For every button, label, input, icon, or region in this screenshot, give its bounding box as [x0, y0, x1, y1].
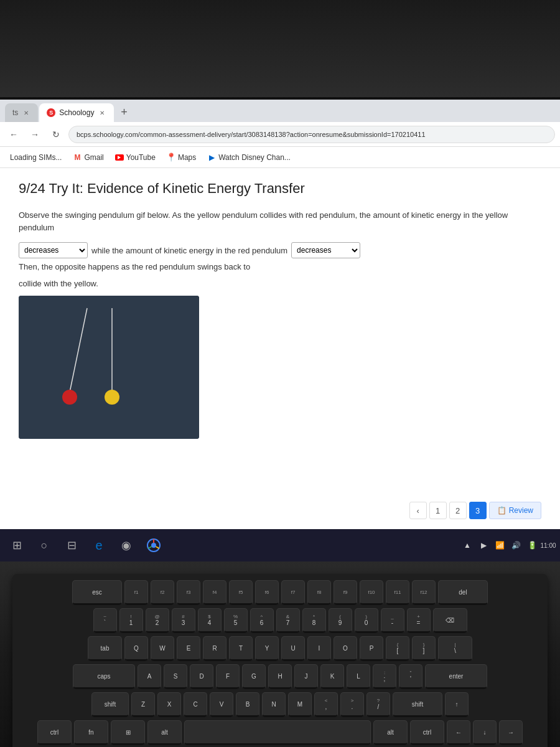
back-button[interactable]: ←	[5, 126, 22, 143]
edge-button[interactable]: e	[87, 533, 111, 557]
settings-button[interactable]: ◉	[114, 533, 138, 557]
key-backspace[interactable]: ⌫	[433, 608, 467, 633]
start-button[interactable]: ⊞	[5, 533, 29, 557]
tray-icon-1[interactable]: ▲	[460, 538, 474, 552]
key-x[interactable]: X	[157, 692, 181, 717]
key-f6[interactable]: f6	[255, 580, 279, 605]
key-up[interactable]: ↑	[445, 692, 469, 717]
tray-icon-battery[interactable]: 🔋	[525, 538, 539, 552]
key-minus[interactable]: _-	[381, 608, 404, 633]
forward-button[interactable]: →	[26, 126, 44, 143]
key-m[interactable]: M	[288, 692, 312, 717]
page-3-button[interactable]: 3	[469, 502, 487, 519]
bookmark-maps[interactable]: 📍 Maps	[162, 149, 201, 166]
key-quote[interactable]: "'	[399, 664, 422, 689]
tray-icon-2[interactable]: ▶	[477, 538, 490, 552]
key-alt-left[interactable]: alt	[147, 720, 182, 745]
key-space[interactable]	[184, 720, 371, 745]
tab-schoology[interactable]: S Schoology ✕	[39, 103, 114, 122]
key-backtick[interactable]: ~`	[93, 608, 117, 633]
key-z[interactable]: Z	[131, 692, 155, 717]
key-9[interactable]: (9	[329, 608, 352, 633]
key-2[interactable]: @2	[146, 608, 169, 633]
key-j[interactable]: J	[294, 664, 318, 689]
key-f1[interactable]: f1	[124, 580, 148, 605]
key-esc[interactable]: esc	[72, 580, 122, 605]
key-slash[interactable]: ?/	[366, 692, 390, 717]
key-u[interactable]: U	[281, 636, 305, 661]
key-capslock[interactable]: caps	[73, 664, 135, 689]
key-i[interactable]: I	[307, 636, 331, 661]
key-f8[interactable]: f8	[307, 580, 331, 605]
new-tab-button[interactable]: +	[115, 103, 133, 121]
key-shift-left[interactable]: shift	[91, 692, 129, 717]
bookmark-disney[interactable]: ▶ Watch Disney Chan...	[202, 149, 296, 166]
key-n[interactable]: N	[262, 692, 286, 717]
key-4[interactable]: $4	[198, 608, 222, 633]
key-w[interactable]: W	[151, 636, 174, 661]
key-c[interactable]: C	[184, 692, 207, 717]
key-alt-right[interactable]: alt	[373, 720, 408, 745]
bookmark-gmail[interactable]: M Gmail	[68, 149, 108, 166]
key-g[interactable]: G	[242, 664, 266, 689]
page-2-button[interactable]: 2	[449, 502, 467, 519]
key-p[interactable]: P	[360, 636, 383, 661]
key-shift-right[interactable]: shift	[393, 692, 442, 717]
key-f10[interactable]: f10	[360, 580, 383, 605]
key-e[interactable]: E	[177, 636, 200, 661]
key-fn[interactable]: fn	[74, 720, 108, 745]
key-tab[interactable]: tab	[88, 636, 122, 661]
key-semicolon[interactable]: :;	[373, 664, 396, 689]
key-delete[interactable]: del	[438, 580, 488, 605]
key-f9[interactable]: f9	[334, 580, 357, 605]
key-ctrl-right[interactable]: ctrl	[410, 720, 444, 745]
dropdown-kinetic-yellow[interactable]: decreases increases stays the same	[19, 242, 88, 258]
tab-inactive[interactable]: ts ✕	[5, 103, 38, 122]
review-button[interactable]: 📋 Review	[489, 502, 541, 519]
key-f4[interactable]: f4	[203, 580, 226, 605]
key-enter[interactable]: enter	[425, 664, 487, 689]
key-h[interactable]: H	[268, 664, 292, 689]
tab-close-inactive[interactable]: ✕	[22, 108, 30, 117]
key-k[interactable]: K	[320, 664, 344, 689]
key-r[interactable]: R	[203, 636, 226, 661]
key-o[interactable]: O	[334, 636, 357, 661]
key-t[interactable]: T	[229, 636, 253, 661]
key-v[interactable]: V	[210, 692, 233, 717]
key-down[interactable]: ↓	[473, 720, 497, 745]
key-a[interactable]: A	[138, 664, 161, 689]
key-f5[interactable]: f5	[229, 580, 253, 605]
key-ctrl-left[interactable]: ctrl	[37, 720, 72, 745]
address-input[interactable]	[68, 126, 555, 143]
key-backslash[interactable]: |\	[438, 636, 472, 661]
key-rbracket[interactable]: }]	[412, 636, 436, 661]
key-q[interactable]: Q	[124, 636, 148, 661]
tab-close-schoology[interactable]: ✕	[98, 108, 106, 117]
page-1-button[interactable]: 1	[429, 502, 447, 519]
key-d[interactable]: D	[190, 664, 213, 689]
key-y[interactable]: Y	[255, 636, 279, 661]
search-button[interactable]: ○	[32, 533, 56, 557]
key-1[interactable]: !1	[119, 608, 143, 633]
key-f3[interactable]: f3	[177, 580, 200, 605]
bookmark-youtube[interactable]: YouTube	[110, 149, 161, 166]
bookmark-loading-sims[interactable]: Loading SIMs...	[5, 149, 67, 166]
key-f[interactable]: F	[216, 664, 240, 689]
dropdown-kinetic-red[interactable]: decreases increases stays the same	[291, 242, 360, 258]
key-6[interactable]: ^6	[250, 608, 274, 633]
key-f11[interactable]: f11	[386, 580, 409, 605]
key-equals[interactable]: +=	[407, 608, 431, 633]
key-l[interactable]: L	[347, 664, 370, 689]
key-8[interactable]: *8	[302, 608, 326, 633]
key-f12[interactable]: f12	[412, 580, 436, 605]
key-0[interactable]: )0	[355, 608, 378, 633]
key-period[interactable]: >.	[340, 692, 364, 717]
key-f2[interactable]: f2	[151, 580, 174, 605]
key-comma[interactable]: <,	[314, 692, 338, 717]
key-left[interactable]: ←	[447, 720, 470, 745]
key-7[interactable]: &7	[276, 608, 300, 633]
key-win[interactable]: ⊞	[111, 720, 145, 745]
key-3[interactable]: #3	[172, 608, 195, 633]
tray-icon-network[interactable]: 📶	[493, 538, 506, 552]
tray-icon-volume[interactable]: 🔊	[509, 538, 523, 552]
